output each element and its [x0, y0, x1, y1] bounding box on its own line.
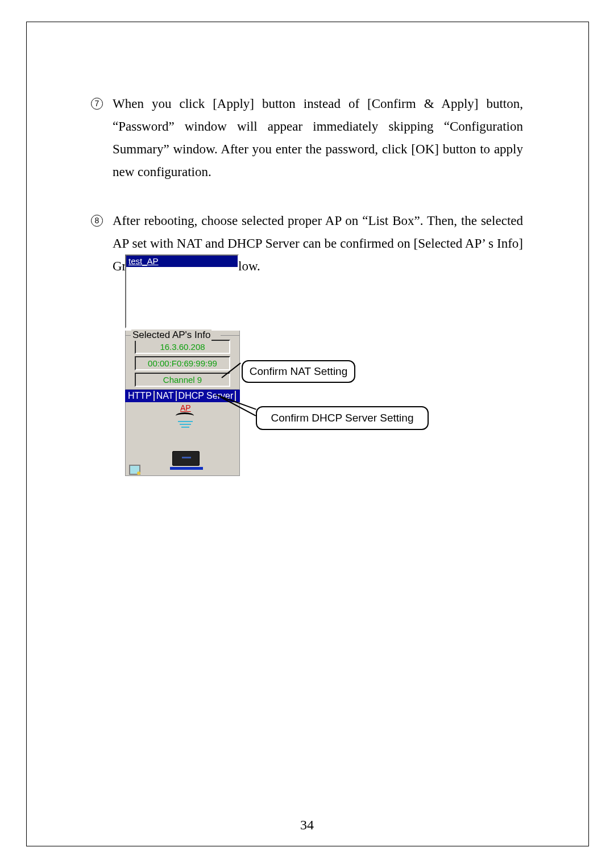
callout-dhcp: Confirm DHCP Server Setting: [256, 406, 429, 430]
ap-ip-field: 16.3.60.208: [135, 340, 230, 354]
ap-listbox-selected-item[interactable]: test_AP: [126, 256, 238, 267]
ap-channel-field: Channel 9: [135, 373, 230, 387]
protocol-tags-row: HTTP NAT DHCP Server: [125, 390, 240, 402]
ap-label: AP: [180, 403, 191, 412]
wifi-waves-icon: [178, 419, 193, 428]
circled-number-8: 8: [91, 215, 103, 227]
list-item-7: 7 When you click [Apply] button instead …: [91, 93, 523, 183]
page-number: 34: [0, 817, 614, 833]
ap-mac-field: 00:00:F0:69:99:99: [135, 356, 230, 370]
list-marker-7: 7: [91, 93, 113, 183]
screenshot-figure: test_AP Selected AP's Info 16.3.60.208 0…: [125, 254, 240, 476]
monitor-small-icon: [129, 465, 140, 475]
ap-listbox[interactable]: test_AP: [125, 254, 239, 328]
groupbox-title: Selected AP's Info: [131, 329, 211, 341]
computer-icon: [172, 451, 200, 466]
ap-antenna-icon: [176, 412, 194, 419]
list-marker-8: 8: [91, 210, 113, 278]
selected-ap-info-groupbox: Selected AP's Info 16.3.60.208 00:00:F0:…: [125, 331, 240, 390]
http-tag: HTTP: [126, 391, 155, 401]
callout-nat: Confirm NAT Setting: [242, 360, 355, 383]
ap-diagram-panel: AP: [125, 402, 240, 476]
computer-stand-icon: [170, 467, 203, 470]
paragraph-7-text: When you click [Apply] button instead of…: [113, 93, 523, 183]
circled-number-7: 7: [91, 98, 103, 110]
document-content: 7 When you click [Apply] button instead …: [91, 93, 523, 304]
nat-tag: NAT: [155, 391, 177, 401]
